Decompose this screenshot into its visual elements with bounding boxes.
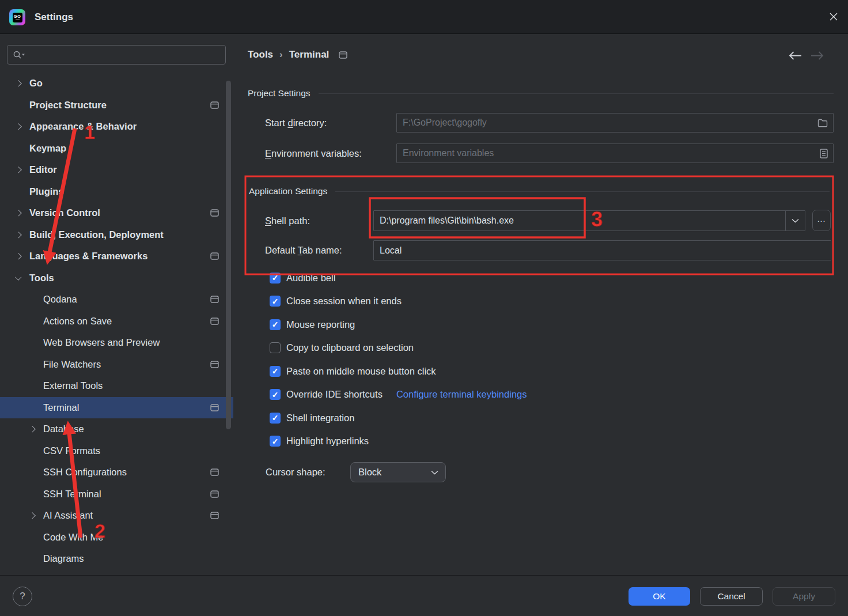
sidebar-item-go[interactable]: Go	[0, 73, 233, 95]
sidebar-item-label: Build, Execution, Deployment	[29, 229, 164, 240]
option-label: Copy to clipboard on selection	[286, 342, 414, 353]
sidebar-item-label: Actions on Save	[43, 316, 112, 327]
settings-dialog: GO Settings GoProject StructureAppearanc…	[0, 0, 848, 616]
sidebar-item-label: Version Control	[29, 207, 100, 218]
footer-divider	[0, 575, 848, 576]
cancel-button[interactable]: Cancel	[700, 587, 763, 606]
sidebar-item-label: External Tools	[43, 380, 103, 391]
modified-settings-icon	[210, 296, 219, 303]
chevron-right-icon[interactable]	[14, 168, 29, 172]
folder-icon[interactable]	[817, 119, 828, 127]
chevron-right-icon[interactable]	[14, 211, 29, 216]
checkbox-checked[interactable]: ✓	[270, 413, 281, 424]
browse-button[interactable]: ...	[812, 210, 831, 231]
start-directory-label: Start directory:	[265, 113, 327, 133]
forward-arrow-icon[interactable]	[810, 51, 824, 63]
sidebar-item-diagrams[interactable]: Diagrams	[0, 548, 233, 570]
back-arrow-icon[interactable]	[788, 51, 802, 63]
modified-settings-icon	[210, 252, 219, 260]
option-row-mouse-reporting: ✓Mouse reporting	[270, 313, 527, 337]
project-settings-title: Project Settings	[248, 88, 311, 99]
chevron-down-icon[interactable]	[785, 211, 805, 230]
sidebar-item-database[interactable]: Database	[0, 418, 233, 440]
sidebar-item-label: Languages & Frameworks	[29, 251, 147, 262]
option-row-close-session-when-it-ends: ✓Close session when it ends	[270, 290, 527, 313]
application-settings-title: Application Settings	[249, 186, 327, 196]
sidebar-item-tools[interactable]: Tools	[0, 267, 233, 289]
breadcrumb: Tools › Terminal	[248, 47, 347, 63]
breadcrumb-tools[interactable]: Tools	[248, 49, 273, 61]
sidebar-item-qodana[interactable]: Qodana	[0, 289, 233, 311]
shell-path-combo	[373, 210, 805, 231]
checkbox-checked[interactable]: ✓	[270, 366, 281, 377]
terminal-options: ✓Audible bell✓Close session when it ends…	[270, 266, 527, 453]
chevron-right-icon[interactable]	[14, 81, 29, 86]
start-directory-input[interactable]	[397, 114, 817, 132]
cursor-shape-select[interactable]: Block	[350, 462, 446, 482]
sidebar-item-label: Project Structure	[29, 100, 107, 111]
sidebar-item-appearance-behavior[interactable]: Appearance & Behavior	[0, 116, 233, 138]
sidebar-item-csv-formats[interactable]: CSV Formats	[0, 440, 233, 462]
sidebar-item-label: Go	[29, 78, 43, 89]
option-label: Override IDE shortcuts	[286, 389, 383, 400]
modified-settings-icon	[339, 51, 347, 59]
sidebar-item-external-tools[interactable]: External Tools	[0, 375, 233, 397]
sidebar-item-build-execution-deployment[interactable]: Build, Execution, Deployment	[0, 224, 233, 246]
checkbox-unchecked[interactable]	[270, 342, 281, 353]
sidebar-item-project-structure[interactable]: Project Structure	[0, 95, 233, 116]
chevron-down-icon[interactable]	[14, 277, 29, 279]
option-label: Close session when it ends	[286, 296, 402, 307]
sidebar-item-ssh-configurations[interactable]: SSH Configurations	[0, 462, 233, 483]
sidebar-scrollbar[interactable]	[226, 81, 231, 429]
checkbox-checked[interactable]: ✓	[270, 389, 281, 400]
sidebar-item-terminal[interactable]: Terminal	[0, 397, 233, 419]
breadcrumb-separator: ›	[279, 49, 283, 61]
checkbox-checked[interactable]: ✓	[270, 296, 281, 307]
option-label: Shell integration	[286, 413, 354, 424]
sidebar-item-ssh-terminal[interactable]: SSH Terminal	[0, 483, 233, 505]
chevron-right-icon[interactable]	[14, 233, 29, 237]
sidebar-item-label: Appearance & Behavior	[29, 121, 137, 132]
sidebar-item-file-watchers[interactable]: File Watchers	[0, 354, 233, 376]
sidebar-item-keymap[interactable]: Keymap	[0, 138, 233, 160]
sidebar-item-ai-assistant[interactable]: AI Assistant	[0, 505, 233, 527]
checkbox-checked[interactable]: ✓	[270, 436, 281, 447]
modified-settings-icon	[210, 512, 219, 519]
ok-button[interactable]: OK	[629, 587, 690, 606]
start-directory-field	[396, 113, 834, 133]
help-button[interactable]: ?	[13, 587, 32, 606]
checkbox-checked[interactable]: ✓	[270, 273, 281, 284]
search-input[interactable]	[26, 50, 225, 60]
sidebar-item-code-with-me[interactable]: Code With Me	[0, 527, 233, 549]
modified-settings-icon	[210, 361, 219, 368]
sidebar-item-plugins[interactable]: Plugins	[0, 181, 233, 203]
environment-variables-input[interactable]	[397, 144, 820, 162]
apply-button[interactable]: Apply	[773, 587, 835, 606]
chevron-right-icon[interactable]	[14, 124, 29, 129]
sidebar-item-actions-on-save[interactable]: Actions on Save	[0, 311, 233, 332]
list-icon[interactable]	[820, 149, 828, 158]
sidebar-item-label: Keymap	[29, 143, 66, 154]
sidebar-item-editor[interactable]: Editor	[0, 159, 233, 181]
sidebar-item-web-browsers-and-preview[interactable]: Web Browsers and Preview	[0, 332, 233, 354]
settings-search[interactable]	[7, 45, 226, 65]
chevron-right-icon[interactable]	[28, 427, 43, 432]
option-row-override-ide-shortcuts: ✓Override IDE shortcutsConfigure termina…	[270, 383, 527, 407]
sidebar-item-label: Diagrams	[43, 553, 84, 564]
modified-settings-icon	[210, 404, 219, 411]
modified-settings-icon	[210, 209, 219, 217]
chevron-right-icon[interactable]	[28, 513, 43, 518]
chevron-right-icon[interactable]	[14, 254, 29, 259]
breadcrumb-terminal: Terminal	[289, 49, 330, 61]
checkbox-checked[interactable]: ✓	[270, 319, 281, 330]
shell-path-input[interactable]	[374, 211, 785, 230]
close-icon[interactable]	[827, 10, 840, 23]
settings-tree: GoProject StructureAppearance & Behavior…	[0, 73, 233, 570]
default-tab-name-input[interactable]	[374, 241, 831, 260]
option-label: Paste on middle mouse button click	[286, 366, 436, 377]
option-label: Audible bell	[286, 273, 335, 284]
sidebar-item-version-control[interactable]: Version Control	[0, 202, 233, 224]
sidebar-item-languages-frameworks[interactable]: Languages & Frameworks	[0, 245, 233, 267]
configure-terminal-keybindings-link[interactable]: Configure terminal keybindings	[396, 389, 527, 400]
dialog-titlebar: GO Settings	[0, 0, 848, 34]
